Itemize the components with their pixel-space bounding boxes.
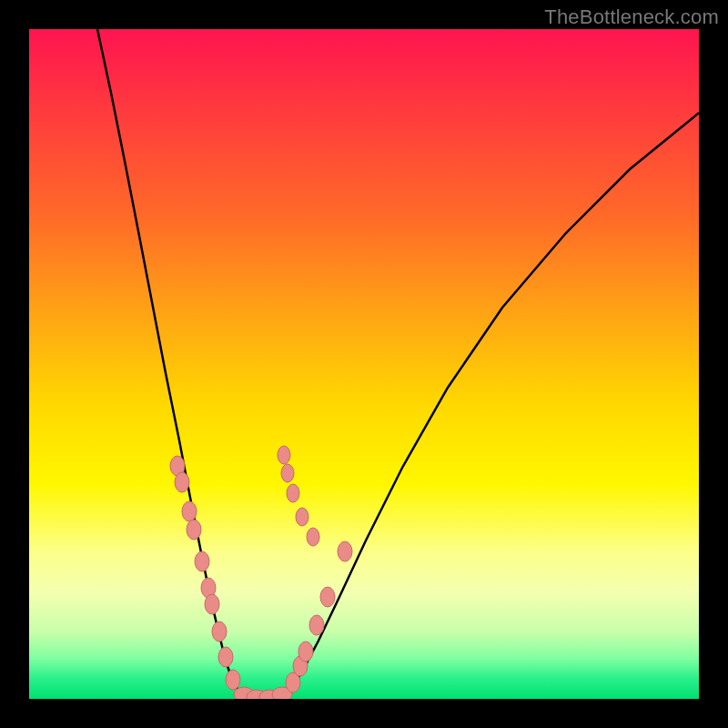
data-marker <box>281 464 294 482</box>
data-marker <box>175 472 189 492</box>
data-markers <box>29 29 699 699</box>
data-marker <box>307 528 319 546</box>
chart-frame: TheBottleneck.com <box>0 0 728 728</box>
data-marker <box>338 541 352 561</box>
data-marker <box>278 446 290 464</box>
data-marker <box>296 508 308 526</box>
data-marker <box>182 501 197 521</box>
data-marker <box>287 484 299 502</box>
data-marker <box>212 622 227 642</box>
data-marker <box>218 647 233 667</box>
watermark-text: TheBottleneck.com <box>544 5 719 29</box>
data-marker <box>298 642 313 662</box>
data-marker <box>320 587 335 607</box>
data-marker <box>187 520 201 540</box>
data-marker <box>309 615 324 635</box>
data-marker <box>195 551 209 571</box>
data-marker <box>226 670 240 690</box>
data-marker <box>205 594 219 614</box>
marker-group <box>170 446 352 699</box>
plot-area <box>29 29 699 699</box>
